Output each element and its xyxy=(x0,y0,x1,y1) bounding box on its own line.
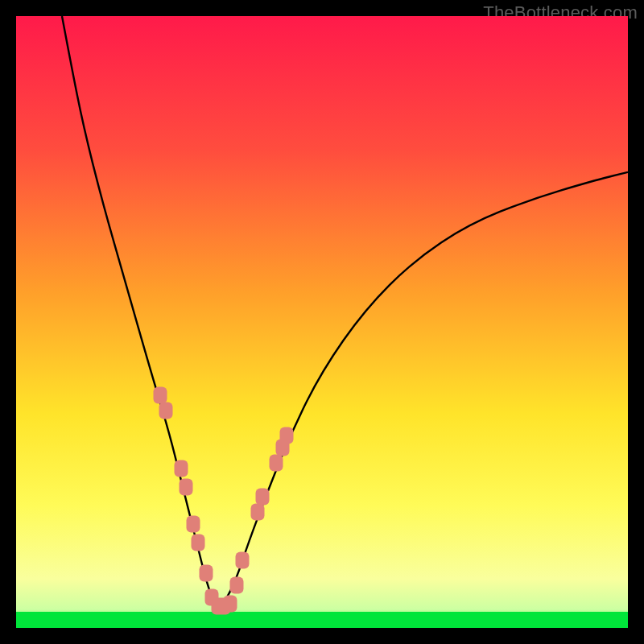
chart-marker xyxy=(159,402,173,419)
chart-curve xyxy=(16,16,628,628)
chart-marker xyxy=(279,427,293,444)
chart-marker xyxy=(229,576,243,593)
chart-marker xyxy=(191,534,204,551)
chart-marker xyxy=(199,564,213,581)
chart-marker xyxy=(224,595,237,612)
chart-marker xyxy=(255,488,269,505)
chart-marker xyxy=(236,552,250,569)
chart-marker xyxy=(175,460,188,477)
chart-marker xyxy=(179,479,192,496)
chart-marker xyxy=(270,454,283,471)
chart-marker xyxy=(153,387,167,404)
chart-frame xyxy=(16,16,628,628)
chart-marker xyxy=(251,503,265,520)
chart-marker xyxy=(187,515,200,532)
